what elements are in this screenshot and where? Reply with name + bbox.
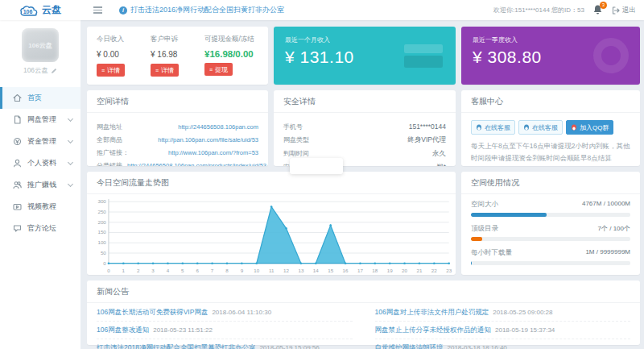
news-link[interactable]: 自觉维护网络清朗环境 <box>375 343 444 349</box>
progress-bar <box>471 237 630 241</box>
progress-bar <box>471 213 630 217</box>
sidebar-item-disk-management[interactable]: 网盘管理 <box>0 109 80 131</box>
traffic-chart-title: 今日空间流量走势图 <box>87 172 456 194</box>
today-income-details-button[interactable]: ≡详情 <box>97 64 125 77</box>
disk-address-link[interactable]: http://244656508.106pan.com <box>178 123 258 131</box>
usage-item-space-size: 空间大小 4767M / 10000M <box>471 200 630 217</box>
svg-text:1: 1 <box>122 268 126 273</box>
card-deco-icon <box>404 44 443 68</box>
money-icon <box>13 137 22 146</box>
income-summary-card: 今日收入 ¥ 0.00 ≡详情 客户申诉 ¥ 16.98 ≡详情 可提现金额/冻… <box>87 27 268 85</box>
news-item: 网盘禁止上传分享未经授权作品的通知 2018-05-19 15:37:34 <box>375 322 631 339</box>
qq-penguin-icon <box>571 124 577 131</box>
sidebar: 106云盘 106云盘 首页 网盘管理 资金管理 个人资料 推广赚钱 <box>0 20 80 349</box>
list-icon: ≡ <box>101 68 105 73</box>
traffic-chart-svg: 0501001502002503000123456789101112131415… <box>87 196 456 275</box>
service-center-title: 客服中心 <box>461 90 640 113</box>
withdrawable-value: ¥16.98/0.00 <box>204 49 258 59</box>
svg-text:7: 7 <box>211 268 214 273</box>
month-income-label: 最近一个月收入 <box>285 35 444 44</box>
user-icon <box>13 159 22 168</box>
hamburger-menu-icon[interactable] <box>87 0 108 20</box>
space-usage-title: 空间使用情况 <box>461 172 640 194</box>
all-products-link[interactable]: http://pan.106pan.com/file/sale/uid/53 <box>158 136 258 143</box>
announcement-text: 打击违法2016净网行动配合全国扫黄打非办公室 <box>130 5 284 15</box>
join-qq-group-button[interactable]: 加入QQ群 <box>566 120 613 135</box>
news-title: 新闻公告 <box>87 280 640 303</box>
logo-text: 云盘 <box>42 3 61 17</box>
list-icon: ≡ <box>155 68 159 73</box>
svg-text:13: 13 <box>298 268 303 273</box>
sidebar-item-official-forum[interactable]: 官方论坛 <box>0 218 80 239</box>
expiry-time: 永久 <box>432 149 446 159</box>
home-icon <box>13 93 22 102</box>
svg-text:20: 20 <box>402 268 407 273</box>
sidebar-item-home[interactable]: 首页 <box>0 87 80 109</box>
online-service-button-1[interactable]: 在线客服 <box>471 120 515 135</box>
announcement-bar: i 打击违法2016净网行动配合全国扫黄打非办公室 <box>119 5 284 15</box>
svg-text:17: 17 <box>357 268 363 273</box>
sidebar-item-promotion-earn[interactable]: 推广赚钱 <box>0 174 80 196</box>
svg-text:16: 16 <box>343 268 349 273</box>
svg-text:3: 3 <box>151 268 155 273</box>
ring-deco-icon <box>593 38 629 73</box>
chevron-down-icon <box>68 137 73 143</box>
withdraw-button[interactable]: ≡提现 <box>204 63 233 76</box>
logout-button[interactable]: 退出 <box>612 6 636 15</box>
news-item: 打击违法2018净网行动配合全国扫黑暴恐打非办公室 2018-05-19 15:… <box>97 339 353 349</box>
today-income-label: 今日收入 <box>97 35 151 44</box>
space-detail-row: 推广链接： http://www.106pan.com/?from=53 <box>97 148 258 157</box>
security-detail-row: 网盘类型 终身VIP代理 <box>283 135 446 145</box>
traffic-chart-panel: 今日空间流量走势图 050100150200250300012345678910… <box>87 172 456 275</box>
space-detail-row: 分类链接 http://244656508.106pan.com/product… <box>97 161 258 166</box>
news-panel: 新闻公告 106网盘长期活动可免费获得VIP网盘 2018-06-04 11:1… <box>87 280 640 345</box>
sidebar-item-personal-profile[interactable]: 个人资料 <box>0 152 80 174</box>
news-link[interactable]: 106网盘整改通知 <box>97 326 149 335</box>
svg-text:10: 10 <box>254 268 259 273</box>
month-income-card: 最近一个月收入 ¥ 131.10 <box>274 27 456 85</box>
svg-text:200: 200 <box>97 219 106 225</box>
file-icon <box>13 115 22 124</box>
edit-pencil-icon[interactable] <box>51 68 57 74</box>
svg-text:23: 23 <box>446 268 452 273</box>
qq-penguin-icon <box>476 124 482 131</box>
svg-text:0: 0 <box>107 268 110 273</box>
withdraw-notice-text: 每天上午8点至下午16点申请提现2小时内到账，其他时间段申请提现资金到账时间会顺… <box>471 140 630 164</box>
news-link[interactable]: 打击违法2018净网行动配合全国扫黑暴恐打非办公室 <box>97 343 255 349</box>
quarter-income-card: 最近一季度收入 ¥ 308.80 <box>461 27 640 85</box>
security-detail-row: 手机号 151****0144 <box>283 123 446 131</box>
disk-type: 终身VIP代理 <box>407 135 446 145</box>
svg-text:22: 22 <box>431 268 437 273</box>
category-link[interactable]: http://244656508.106pan.com/products/ind… <box>127 162 266 166</box>
svg-text:21: 21 <box>416 268 422 273</box>
complaints-details-button[interactable]: ≡详情 <box>151 64 179 77</box>
chevron-down-icon <box>68 181 73 186</box>
news-link[interactable]: 106网盘对上传非法文件用户处罚规定 <box>375 308 489 318</box>
space-detail-row: 全部商品 http://pan.106pan.com/file/sale/uid… <box>97 135 258 144</box>
online-service-button-2[interactable]: 在线客服 <box>518 120 563 135</box>
security-name: 郑* <box>436 163 446 166</box>
space-detail-row: 网盘地址 http://244656508.106pan.com <box>97 123 258 131</box>
svg-text:18: 18 <box>372 268 378 273</box>
promotion-link[interactable]: http://www.106pan.com/?from=53 <box>168 149 258 156</box>
sidebar-item-funds-management[interactable]: 资金管理 <box>0 131 80 152</box>
complaints-label: 客户申诉 <box>151 35 204 44</box>
svg-text:14: 14 <box>313 268 319 273</box>
logout-icon <box>612 6 620 15</box>
space-details-panel: 空间详情 网盘地址 http://244656508.106pan.com 全部… <box>87 90 268 166</box>
top-header: 106 云盘 i 打击违法2016净网行动配合全国扫黄打非办公室 欢迎你:151… <box>0 0 644 20</box>
user-avatar[interactable]: 106云盘 <box>22 28 59 62</box>
news-link[interactable]: 106网盘长期活动可免费获得VIP网盘 <box>97 308 208 318</box>
qq-penguin-icon <box>523 124 530 131</box>
notification-bell-icon[interactable]: 3 <box>592 4 604 17</box>
news-link[interactable]: 网盘禁止上传分享未经授权作品的通知 <box>375 326 492 335</box>
sidebar-item-video-tutorials[interactable]: 视频教程 <box>0 196 80 218</box>
app-logo[interactable]: 106 云盘 <box>0 3 80 17</box>
svg-text:300: 300 <box>97 198 106 204</box>
news-item: 106网盘对上传非法文件用户处罚规定 2018-05-25 09:00:28 <box>375 304 631 322</box>
svg-text:100: 100 <box>97 239 106 245</box>
progress-bar <box>471 261 630 265</box>
news-item: 自觉维护网络清朗环境 2018-03-18 18:16:40 <box>375 339 631 349</box>
profile-name: 106云盘 <box>23 66 48 76</box>
welcome-text: 欢迎你:151****0144 您的ID：53 <box>493 6 584 15</box>
